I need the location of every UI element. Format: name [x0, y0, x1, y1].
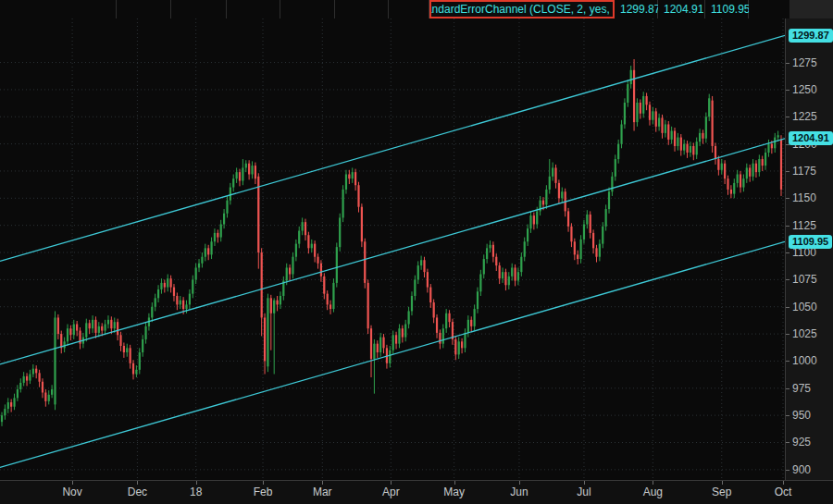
price-axis-tick	[786, 442, 789, 443]
header-cell-empty-6	[335, 0, 389, 18]
header-cell-empty-1	[0, 0, 117, 18]
time-axis-tick	[454, 481, 455, 485]
time-axis-tick	[783, 481, 784, 485]
price-axis-tick	[786, 171, 789, 172]
standard-error-channel-lines[interactable]	[0, 35, 785, 467]
price-axis-label: 1050	[792, 300, 833, 314]
price-axis-label: 1225	[792, 109, 833, 124]
channel-value-badge: 1299.87	[789, 29, 833, 43]
time-axis-tick	[391, 481, 392, 485]
channel-lower-line[interactable]	[0, 241, 785, 467]
time-axis-tick	[584, 481, 585, 485]
header-cell-empty-5	[280, 0, 335, 18]
price-axis-tick	[786, 252, 789, 253]
channel-value-badge: 1109.95	[789, 235, 832, 249]
header-cell-empty-3	[171, 0, 227, 18]
time-axis-label-feb: Feb	[254, 486, 273, 498]
time-axis-label-dec: Dec	[128, 486, 147, 498]
price-axis-tick	[786, 307, 789, 308]
time-axis-tick	[653, 481, 653, 485]
time-axis-tick	[263, 481, 264, 485]
price-axis-tick	[786, 388, 789, 389]
chart-window: StandardErrorChannel (CLOSE, 2, yes, 21)…	[0, 0, 833, 504]
header-cell-empty-7	[389, 0, 429, 18]
price-axis-tick	[786, 279, 789, 280]
header-cell-empty-2	[117, 0, 171, 18]
candles-layer	[1, 59, 782, 426]
price-axis-tick	[786, 415, 789, 416]
time-axis-label-may: May	[443, 486, 465, 498]
channel-value-badge: 1204.91	[789, 131, 833, 145]
time-axis-tick	[322, 481, 323, 485]
chart-plot-area[interactable]	[0, 18, 785, 480]
header-bar: StandardErrorChannel (CLOSE, 2, yes, 21)…	[0, 0, 833, 18]
price-axis-tick	[786, 198, 789, 199]
price-axis-label: 1150	[792, 191, 833, 205]
candlestick-canvas[interactable]	[0, 18, 785, 480]
price-axis-tick	[786, 90, 789, 91]
price-axis-tick	[786, 470, 789, 471]
time-axis-label-18: 18	[190, 486, 202, 498]
price-axis-tick	[786, 334, 789, 335]
price-axis-label: 900	[792, 462, 833, 477]
price-axis-tick	[786, 63, 789, 64]
time-axis-label-mar: Mar	[313, 486, 332, 498]
price-axis-label: 1250	[792, 82, 833, 97]
time-axis-tick	[137, 481, 138, 485]
indicator-value-lower: 1109.95	[705, 0, 749, 18]
time-axis-label-aug: Aug	[643, 486, 663, 498]
time-axis-tick	[72, 481, 73, 485]
price-axis-label: 975	[792, 381, 833, 396]
price-axis-tick	[786, 117, 789, 117]
price-axis[interactable]: 9009259509751000102510501075110011251150…	[785, 18, 833, 480]
time-axis-label-nov: Nov	[62, 486, 81, 498]
grid-layer	[0, 18, 785, 480]
channel-upper-line[interactable]	[0, 35, 785, 261]
price-axis-tick	[786, 226, 789, 227]
price-axis-label: 1175	[792, 164, 833, 178]
indicator-label[interactable]: StandardErrorChannel (CLOSE, 2, yes, 21)	[429, 0, 615, 18]
indicator-value-middle: 1204.91	[658, 0, 705, 18]
header-cell-empty-4	[227, 0, 280, 18]
price-axis-label: 1275	[792, 55, 833, 70]
time-axis-tick	[519, 481, 520, 485]
time-axis[interactable]: NovDec18FebMarAprMayJunJulAugSepOct	[0, 480, 833, 504]
time-axis-tick	[196, 481, 197, 485]
price-axis-tick	[786, 361, 789, 362]
time-axis-label-jul: Jul	[577, 486, 591, 498]
price-axis-label: 925	[792, 435, 833, 449]
price-axis-label: 950	[792, 408, 833, 423]
time-axis-tick	[722, 481, 723, 485]
time-axis-label-sep: Sep	[712, 486, 731, 498]
price-axis-label: 1000	[792, 353, 833, 368]
price-axis-label: 1075	[792, 272, 833, 287]
price-axis-label: 1025	[792, 326, 833, 341]
time-axis-label-jun: Jun	[510, 486, 528, 498]
time-axis-label-oct: Oct	[775, 486, 792, 498]
header-axis-corner	[789, 0, 833, 18]
indicator-value-upper: 1299.87	[615, 0, 658, 18]
price-axis-label: 1125	[792, 218, 833, 233]
time-axis-label-apr: Apr	[382, 486, 400, 498]
header-cell-spacer	[749, 0, 789, 18]
channel-middle-line[interactable]	[0, 139, 785, 364]
